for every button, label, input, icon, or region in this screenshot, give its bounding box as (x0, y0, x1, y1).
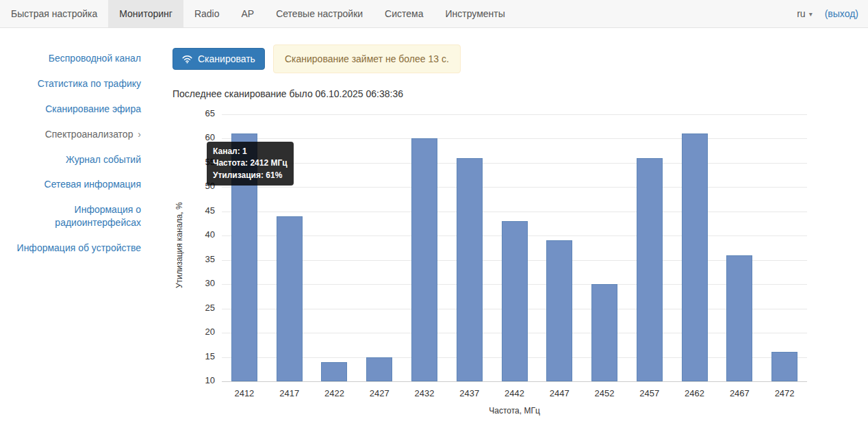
scan-notice-alert: Сканирование займет не более 13 с. (273, 44, 461, 73)
y-tick-label: 15 (186, 351, 215, 361)
y-tick-label: 10 (186, 375, 215, 385)
plot-area (222, 114, 807, 381)
x-tick-label: 2457 (627, 388, 672, 398)
sidebar: Беспроводной канал Статистика по трафику… (0, 28, 145, 416)
gridline (222, 114, 807, 115)
sidebar-item-wireless-channel[interactable]: Беспроводной канал (0, 46, 145, 71)
last-scan-text: Последнее сканирование было 06.10.2025 0… (173, 88, 868, 99)
caret-down-icon: ▾ (809, 10, 813, 18)
bar-2467[interactable] (726, 255, 752, 381)
x-tick-label: 2412 (222, 388, 267, 398)
x-axis-label: Частота, МГц (173, 406, 807, 416)
y-tick-label: 45 (186, 205, 215, 216)
main-content: Сканировать Сканирование займет не более… (145, 28, 868, 416)
chevron-right-icon: › (138, 129, 141, 140)
x-tick-label: 2467 (717, 388, 762, 398)
gridline (222, 381, 807, 382)
bar-2452[interactable] (591, 284, 617, 381)
bar-2437[interactable] (457, 158, 483, 381)
top-navbar: Быстрая настройка Мониторинг Radio AP Се… (0, 0, 868, 28)
tab-network-settings[interactable]: Сетевые настройки (265, 0, 374, 27)
bar-2432[interactable] (411, 138, 437, 381)
y-tick-label: 35 (186, 254, 215, 264)
y-tick-label: 30 (186, 278, 215, 288)
x-tick-label: 2452 (582, 388, 627, 398)
logout-link[interactable]: (выход) (822, 0, 868, 27)
language-label: ru (797, 8, 805, 19)
x-tick-label: 2442 (492, 388, 537, 398)
tab-tools[interactable]: Инструменты (435, 0, 516, 27)
x-tick-label: 2417 (267, 388, 312, 398)
bar-2417[interactable] (277, 216, 303, 381)
sidebar-item-radio-interfaces-info[interactable]: Информация о радиоинтерфейсах (0, 197, 145, 235)
y-tick-label: 40 (186, 229, 215, 240)
gridline (222, 212, 807, 212)
sidebar-item-air-scan[interactable]: Сканирование эфира (0, 97, 145, 122)
x-tick-label: 2432 (402, 388, 447, 398)
x-tick-label: 2472 (762, 388, 807, 398)
tab-ap[interactable]: AP (231, 0, 266, 27)
tooltip-utilization: Утилизация: 61% (213, 170, 288, 181)
sidebar-item-device-info[interactable]: Информация об устройстве (0, 235, 145, 261)
x-tick-label: 2437 (447, 388, 492, 398)
scan-button-label: Сканировать (198, 53, 255, 64)
bar-2472[interactable] (771, 352, 797, 381)
sidebar-item-network-info[interactable]: Сетевая информация (0, 172, 145, 197)
y-axis-label: Утилизация канала, % (173, 109, 186, 381)
y-tick-label: 20 (186, 327, 215, 337)
tab-quick-setup[interactable]: Быстрая настройка (0, 0, 108, 27)
sidebar-item-spectrum-analyzer[interactable]: Спектроанализатор › (0, 122, 145, 147)
scan-row: Сканировать Сканирование займет не более… (173, 44, 868, 73)
bar-2442[interactable] (502, 221, 528, 381)
bar-2462[interactable] (682, 133, 708, 381)
x-tick-label: 2422 (312, 388, 357, 398)
sidebar-item-label: Спектроанализатор (45, 129, 133, 140)
navbar-spacer (516, 0, 787, 27)
bar-2457[interactable] (637, 158, 663, 381)
language-dropdown[interactable]: ru ▾ (787, 0, 821, 27)
bar-2427[interactable] (366, 357, 392, 381)
tab-monitoring[interactable]: Мониторинг (108, 0, 183, 27)
sidebar-item-traffic-statistics[interactable]: Статистика по трафику (0, 71, 145, 97)
x-tick-label: 2427 (357, 388, 402, 398)
page-layout: Беспроводной канал Статистика по трафику… (0, 28, 868, 416)
tab-system[interactable]: Система (374, 0, 434, 27)
bar-2422[interactable] (321, 362, 347, 381)
gridline (222, 138, 807, 139)
tooltip-channel: Канал: 1 (213, 146, 288, 157)
y-tick-label: 65 (186, 108, 215, 118)
chart-area: Канал: 1 Частота: 2412 МГц Утилизация: 6… (186, 109, 807, 405)
gridline (222, 187, 807, 188)
tooltip-frequency: Частота: 2412 МГц (213, 157, 288, 169)
sidebar-item-event-log[interactable]: Журнал событий (0, 147, 145, 173)
x-tick-label: 2462 (672, 388, 717, 398)
scan-button[interactable]: Сканировать (173, 48, 265, 70)
wifi-icon (182, 55, 192, 64)
gridline (222, 163, 807, 164)
chart-tooltip: Канал: 1 Частота: 2412 МГц Утилизация: 6… (207, 142, 294, 186)
chart-row: Утилизация канала, % Канал: 1 Частота: 2… (173, 109, 868, 405)
bar-2447[interactable] (546, 240, 572, 381)
x-tick-label: 2447 (537, 388, 582, 398)
y-tick-label: 25 (186, 303, 215, 313)
tab-radio[interactable]: Radio (183, 0, 231, 27)
